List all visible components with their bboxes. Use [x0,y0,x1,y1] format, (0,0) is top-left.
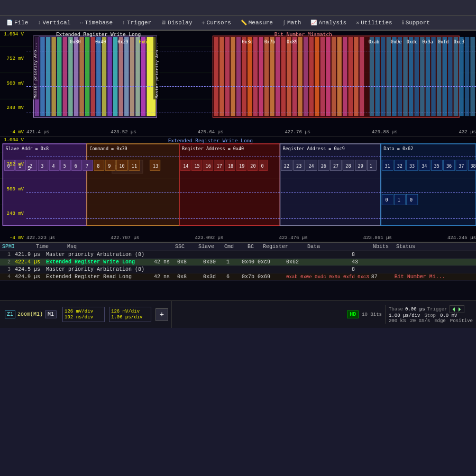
svg-text:15: 15 [194,163,199,169]
tbase-value: 0.00 µs [405,307,425,312]
svg-text:24: 24 [308,163,314,169]
status-bar: Z1 zoom(M1) M1 126 mV/div 192 ns/div 126… [0,300,476,328]
row2-data: 0x62 [286,259,350,265]
top-border [0,0,476,16]
svg-text:5: 5 [63,163,66,169]
display-icon: 🖥 [161,20,166,26]
menu-file[interactable]: 📄 File [2,18,32,28]
svg-text:28: 28 [345,163,351,169]
x-label-bot-0: 422.323 µs [26,235,55,241]
svg-rect-41 [281,37,286,116]
file-icon: 📄 [6,20,13,26]
menu-vertical-label: Vertical [42,20,70,26]
measure-icon: 📏 [241,20,247,26]
menu-measure[interactable]: 📏 Measure [236,18,277,28]
svg-rect-34 [242,37,246,116]
svg-rect-21 [124,37,129,116]
y-label-bot-4: -4 mV [1,235,25,241]
svg-text:38: 38 [470,163,475,169]
menu-utilities[interactable]: ✕ Utilities [352,18,396,28]
svg-text:27: 27 [333,163,338,169]
menu-math-label: Math [287,20,301,26]
menu-support[interactable]: ℹ Support [398,18,434,28]
vtxt-master-1: Master priority Arb... [32,36,39,99]
row3-nbits: 8 [352,267,373,272]
ch1-info2: 126 mV/div 1.06 µs/div [109,307,151,322]
svg-text:35: 35 [434,163,440,169]
svg-rect-70 [448,37,452,116]
wave-svg-top: Extended Register Write Long Bit Number … [0,31,476,136]
svg-text:0xc3: 0xc3 [454,39,464,44]
svg-rect-63 [409,37,413,116]
trigger-level: 0.0 mV [440,313,457,318]
trigger-type: Edge [434,318,446,324]
y-label-bot-2: 500 mV [1,187,25,192]
ns-div2-label: 1.06 µs/div [111,315,149,320]
ref-line-3 [26,113,476,113]
th-bc: BC [248,244,261,250]
svg-text:0x80: 0x80 [70,39,80,44]
th-ssc: SSC [175,244,196,250]
svg-rect-7 [46,37,50,116]
svg-text:20: 20 [250,163,255,169]
svg-rect-9 [57,37,61,116]
menu-timebase-label: Timebase [85,20,113,26]
svg-text:0x7b: 0x7b [264,39,275,44]
menu-timebase[interactable]: ↔ Timebase [76,18,117,28]
table-row: 1 421.9 µs Master priority Arbitration (… [0,251,476,259]
x-labels-bottom: 422.323 µs 422.707 µs 423.092 µs 423.476… [26,235,476,241]
th-spmi: SPMI [2,244,34,250]
menu-trigger[interactable]: ↑ Trigger [118,18,155,28]
svg-rect-36 [253,37,258,116]
svg-text:0xDe: 0xDe [391,39,401,44]
svg-rect-20 [118,37,123,116]
trigger-mode: Stop [424,313,436,318]
svg-rect-18 [107,37,112,116]
cursors-icon: ✛ [202,20,205,26]
y-labels-top: 1.004 V 752 mV 500 mV 248 mV -4 mV [0,31,26,136]
tbase-section: Tbase 0.00 µs Trigger ⏴⏵ 1.00 µs/div Sto… [385,305,473,324]
menu-cursors[interactable]: ✛ Cursors [198,18,235,28]
wave-bottom: 1.004 V 752 mV 500 mV 248 mV -4 mV S Ext… [0,136,476,242]
svg-rect-60 [392,37,396,116]
svg-text:0xfd: 0xfd [438,39,448,44]
trigger-dc-icon: ⏴⏵ [450,305,464,313]
svg-rect-49 [326,37,330,116]
svg-text:Command = 0x30: Command = 0x30 [89,146,127,151]
svg-text:0: 0 [385,198,388,203]
add-channel-button[interactable]: + [155,308,168,321]
menu-math[interactable]: ∫ Math [278,18,305,28]
svg-text:31: 31 [385,163,390,169]
svg-rect-31 [225,37,230,116]
ch1-div2-label: 126 mV/div [111,309,149,314]
menu-measure-label: Measure [249,20,273,26]
menu-vertical[interactable]: ↕ Vertical [33,18,75,28]
svg-text:0x3d: 0x3d [242,39,252,44]
svg-rect-72 [459,37,463,116]
menu-display[interactable]: 🖥 Display [157,18,196,28]
svg-rect-48 [321,37,325,116]
math-icon: ∫ [282,20,286,26]
hd-badge: HD [347,310,359,318]
row4-ssc: 42 ns [154,274,175,280]
svg-rect-12 [74,37,78,116]
table-row: 3 424.5 µs Master priority Arbitration (… [0,266,476,273]
row1-msg: Master priority Arbitration (8) [46,252,152,258]
svg-rect-53 [349,37,353,116]
svg-rect-55 [360,37,364,116]
svg-rect-11 [68,37,72,116]
svg-text:32: 32 [397,163,402,169]
menu-analysis[interactable]: 📈 Analysis [306,18,351,28]
svg-text:0x9a: 0x9a [422,39,433,44]
menu-display-label: Display [168,20,192,26]
svg-rect-25 [147,37,151,116]
row1-time: 421.9 µs [15,252,44,258]
svg-text:Data = 0x62: Data = 0x62 [383,146,413,151]
svg-text:36: 36 [446,163,452,169]
svg-rect-44 [298,37,302,116]
svg-rect-22 [130,37,134,116]
y-label-top-3: 248 mV [1,105,25,111]
row4-nbits: 87 [371,274,392,280]
svg-rect-23 [135,37,140,116]
x-label-bot-5: 424.245 µs [447,235,476,241]
